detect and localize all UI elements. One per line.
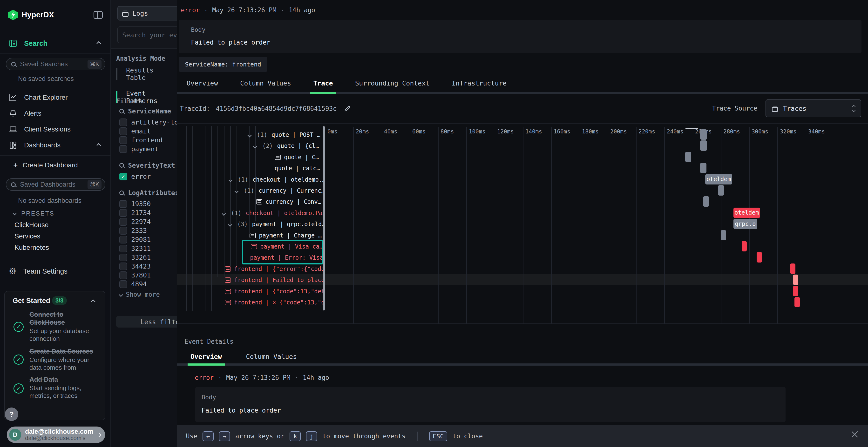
chevron-down-icon[interactable]	[229, 176, 232, 183]
checkbox[interactable]	[119, 271, 127, 279]
span-tree-row[interactable]: (3)payment | grpc.oteld…	[228, 219, 323, 230]
checkbox[interactable]	[119, 128, 127, 135]
span-tree-row[interactable]: (1)checkout | oteldemo.…	[229, 174, 323, 185]
span-tree-row[interactable]: (1)quote | POST …	[248, 129, 320, 140]
sidebar-item-dashboards[interactable]: Dashboards	[0, 138, 111, 152]
checkbox[interactable]	[119, 253, 127, 261]
span-bar[interactable]	[700, 129, 707, 140]
get-started-item[interactable]: Create Data Sources Configure where your…	[29, 347, 94, 371]
span-tree-row[interactable]: quote | calc…	[275, 163, 320, 174]
filter-value-row[interactable]: 22974	[119, 217, 177, 226]
span-tree-row[interactable]: (1)checkout | oteldemo.Pa…	[222, 208, 323, 219]
span-tree-row[interactable]: currency | Conv…	[256, 196, 321, 207]
span-bar[interactable]	[685, 152, 691, 162]
service-name-tag[interactable]: ServiceName: frontend	[179, 57, 267, 72]
span-bar[interactable]	[700, 140, 707, 151]
tab-surrounding-context[interactable]: Surrounding Context	[355, 79, 430, 87]
filter-value-row[interactable]: frontend	[119, 136, 177, 144]
span-bar[interactable]	[790, 264, 796, 274]
sidebar-item-team-settings[interactable]: ⚙ Team Settings	[0, 265, 111, 278]
chevron-down-icon[interactable]	[248, 132, 251, 138]
presets-toggle[interactable]: PRESETS	[13, 210, 55, 217]
checkbox[interactable]	[119, 280, 127, 288]
tree-scrollbar[interactable]	[323, 126, 325, 310]
span-bar[interactable]	[703, 196, 709, 207]
sidebar-item-search[interactable]: Search	[0, 37, 111, 50]
span-tree-row[interactable]: payment | Charge …	[250, 230, 322, 241]
filter-value-row[interactable]: email	[119, 127, 177, 136]
span-bar[interactable]: oteldem	[734, 208, 760, 218]
span-tree-row[interactable]: frontend | Failed to place…	[225, 275, 323, 286]
span-bar[interactable]	[793, 286, 798, 296]
help-button[interactable]: ?	[5, 408, 18, 421]
span-bar[interactable]	[795, 297, 800, 307]
filter-value-row[interactable]: 29081	[119, 235, 177, 244]
checkbox[interactable]	[119, 145, 127, 153]
user-card[interactable]: D dale@clickhouse.com dale@clickhouse.co…	[7, 426, 105, 443]
app-logo[interactable]: HyperDX	[8, 10, 54, 20]
collapse-sidebar-icon[interactable]	[94, 11, 103, 19]
tab-column-values[interactable]: Column Values	[246, 353, 297, 360]
checkbox-checked[interactable]: ✓	[119, 173, 127, 180]
sidebar-item-client-sessions[interactable]: Client Sessions	[0, 123, 111, 136]
get-started-item[interactable]: Connect to ClickHouse Set up your databa…	[29, 311, 94, 342]
span-bar[interactable]: grpc.o	[734, 219, 757, 229]
filter-value-row[interactable]: 37801	[119, 271, 177, 280]
checkbox[interactable]	[119, 245, 127, 252]
filter-value-row[interactable]: payment	[119, 144, 177, 153]
source-select-button[interactable]: Logs	[117, 6, 177, 21]
span-bar[interactable]	[756, 252, 762, 263]
tab-infrastructure[interactable]: Infrastructure	[452, 79, 507, 87]
filter-value-row[interactable]: ✓error	[119, 172, 177, 181]
span-tree-row[interactable]: quote | C…	[275, 152, 319, 163]
sidebar-item-chart-explorer[interactable]: Chart Explorer	[0, 91, 111, 104]
filter-value-row[interactable]: 19350	[119, 199, 177, 208]
filter-value-row[interactable]: 33261	[119, 253, 177, 262]
span-tree-row[interactable]: (2)quote | {cl…	[254, 140, 319, 151]
span-tree-row[interactable]: (1)currency | Currenc…	[235, 185, 323, 196]
span-tree-row[interactable]: frontend | × {"code":13,"d…	[225, 297, 323, 308]
checkbox[interactable]	[119, 218, 127, 226]
tab-column-values[interactable]: Column Values	[240, 79, 291, 87]
checkbox[interactable]	[119, 236, 127, 243]
create-dashboard-button[interactable]: + Create Dashboard	[0, 159, 111, 172]
span-bar[interactable]: oteldem	[705, 174, 732, 184]
tab-trace[interactable]: Trace	[313, 79, 333, 87]
preset-clickhouse[interactable]: ClickHouse	[14, 221, 49, 229]
checkbox[interactable]	[119, 118, 127, 126]
chevron-down-icon[interactable]	[228, 221, 231, 228]
checkbox[interactable]	[119, 227, 127, 235]
saved-searches-input[interactable]: Saved Searches ⌘K	[6, 58, 105, 70]
preset-kubernetes[interactable]: Kubernetes	[14, 244, 49, 251]
chevron-down-icon[interactable]	[222, 210, 225, 216]
span-bar[interactable]	[742, 241, 747, 251]
chevron-down-icon[interactable]	[254, 143, 256, 149]
filter-value-row[interactable]: 21734	[119, 208, 177, 217]
filter-value-row[interactable]: artillery-loa	[119, 118, 177, 127]
span-tree-row[interactable]: frontend | {"code":13,"det…	[225, 286, 323, 297]
preset-services[interactable]: Services	[14, 232, 40, 240]
checkbox[interactable]	[119, 136, 127, 144]
less-filters-button[interactable]: Less filters	[116, 316, 177, 328]
chevron-up-icon[interactable]	[91, 299, 95, 304]
get-started-item[interactable]: Add Data Start sending logs, metrics, or…	[29, 376, 94, 400]
sidebar-item-alerts[interactable]: Alerts	[0, 107, 111, 120]
analysis-mode-results-table[interactable]: Results Table	[116, 68, 174, 80]
show-more-toggle[interactable]: Show more	[119, 291, 177, 298]
close-icon[interactable]	[851, 431, 858, 438]
span-bar[interactable]	[793, 275, 798, 285]
filter-value-row[interactable]: 2333	[119, 226, 177, 235]
span-bar[interactable]	[721, 230, 726, 240]
filter-value-row[interactable]: 32311	[119, 244, 177, 253]
chevron-down-icon[interactable]	[235, 187, 238, 194]
tab-overview[interactable]: Overview	[187, 79, 218, 87]
checkbox[interactable]	[119, 263, 127, 270]
trace-source-select[interactable]: Traces	[766, 100, 861, 117]
event-search-input[interactable]: Search your ev	[117, 27, 177, 43]
filter-value-row[interactable]: 4894	[119, 280, 177, 288]
tab-overview[interactable]: Overview	[190, 353, 222, 360]
span-tree-row[interactable]: frontend | {"error":{"code…	[225, 264, 323, 275]
edit-pencil-icon[interactable]	[344, 105, 351, 112]
filter-value-row[interactable]: 34423	[119, 262, 177, 271]
span-bar[interactable]	[700, 163, 707, 173]
